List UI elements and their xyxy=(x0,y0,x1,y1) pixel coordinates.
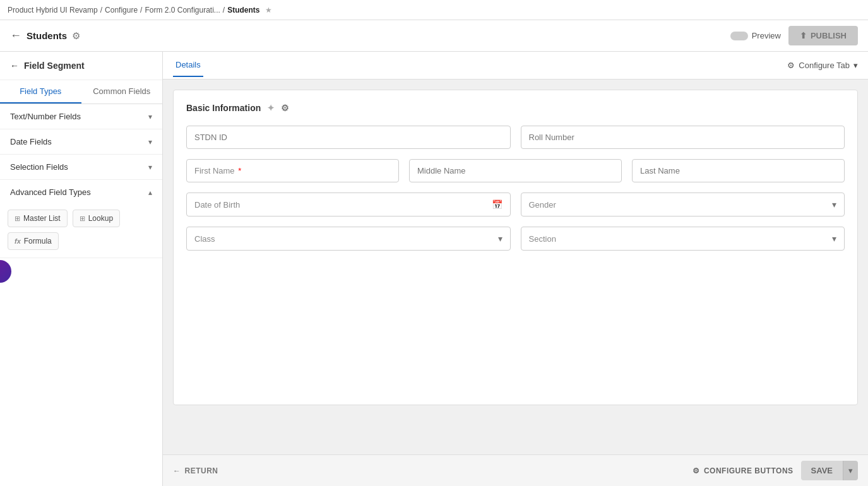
sidebar-back-icon[interactable]: ← xyxy=(10,61,19,71)
date-of-birth-input[interactable]: Date of Birth 📅 xyxy=(186,193,511,216)
configure-tab-chevron-icon: ▾ xyxy=(853,61,858,70)
tab-details[interactable]: Details xyxy=(173,54,203,77)
field-group-date: Date Fields ▾ xyxy=(0,129,162,155)
form-row-3: Date of Birth 📅 Gender ▾ xyxy=(186,193,845,216)
field-chip-lookup-label: Lookup xyxy=(88,214,113,223)
page-title: Students xyxy=(27,30,67,41)
field-group-selection-label: Selection Fields xyxy=(10,162,68,172)
bottom-right: ⚙ CONFIGURE BUTTONS SAVE ▾ xyxy=(693,461,858,480)
field-group-advanced-label: Advanced Field Types xyxy=(10,187,91,197)
roll-number-input[interactable] xyxy=(521,126,845,149)
sidebar-header: ← Field Segment xyxy=(0,52,162,80)
field-chip-master-list[interactable]: ⊞ Master List xyxy=(8,210,68,227)
field-group-text-number-label: Text/Number Fields xyxy=(10,112,81,121)
return-label: RETURN xyxy=(185,466,218,475)
sidebar-content: Text/Number Fields ▾ Date Fields ▾ Selec… xyxy=(0,104,162,486)
date-of-birth-placeholder: Date of Birth xyxy=(194,200,240,210)
field-group-advanced-body: ⊞ Master List ⊞ Lookup fx Formula xyxy=(0,204,162,258)
drag-handle-icon[interactable]: ✦ xyxy=(267,103,275,113)
chevron-down-icon: ▾ xyxy=(148,112,152,121)
configure-buttons-gear-icon: ⚙ xyxy=(693,466,700,475)
class-placeholder: Class xyxy=(194,234,215,244)
section-header: Basic Information ✦ ⚙ xyxy=(186,103,845,113)
tab-common-fields[interactable]: Common Fields xyxy=(81,80,163,104)
first-name-placeholder: First Name * xyxy=(194,166,241,175)
field-chip-formula[interactable]: fx Formula xyxy=(8,232,59,250)
section-select[interactable]: Section ▾ xyxy=(521,227,845,251)
field-section: Section ▾ xyxy=(521,227,845,251)
preview-toggle-icon xyxy=(730,32,748,40)
field-group-date-label: Date Fields xyxy=(10,137,52,146)
save-dropdown-button[interactable]: ▾ xyxy=(843,461,858,480)
field-group-advanced: Advanced Field Types ▴ ⊞ Master List ⊞ L… xyxy=(0,180,162,258)
field-chip-formula-label: Formula xyxy=(24,237,52,246)
header-right: Preview ⬆ PUBLISH xyxy=(730,26,858,45)
formula-icon: fx xyxy=(15,237,21,245)
first-name-input[interactable]: First Name * xyxy=(186,159,399,182)
calendar-icon: 📅 xyxy=(492,199,502,210)
field-middle-name xyxy=(409,159,622,182)
preview-button[interactable]: Preview xyxy=(730,31,781,40)
field-roll-number xyxy=(521,126,845,149)
star-icon[interactable]: ★ xyxy=(265,6,272,15)
configure-buttons-label: CONFIGURE BUTTONS xyxy=(704,466,794,475)
last-name-input[interactable] xyxy=(632,159,845,182)
field-date-of-birth: Date of Birth 📅 xyxy=(186,193,511,216)
breadcrumb-part-2: Configure xyxy=(105,6,138,15)
sidebar: ← Field Segment Field Types Common Field… xyxy=(0,52,163,486)
gender-select[interactable]: Gender ▾ xyxy=(521,193,845,216)
gender-placeholder: Gender xyxy=(529,200,556,210)
tab-bar: Details ⚙ Configure Tab ▾ xyxy=(163,52,868,80)
breadcrumb-part-3: Form 2.0 Configurati... xyxy=(145,6,220,15)
form-row-1 xyxy=(186,126,845,149)
section-settings-icon[interactable]: ⚙ xyxy=(281,103,289,113)
preview-label: Preview xyxy=(752,31,781,40)
publish-button[interactable]: ⬆ PUBLISH xyxy=(788,26,858,45)
lookup-icon: ⊞ xyxy=(80,215,85,223)
configure-tab-button[interactable]: ⚙ Configure Tab ▾ xyxy=(787,61,858,70)
return-button[interactable]: ← RETURN xyxy=(173,466,218,475)
field-gender: Gender ▾ xyxy=(521,193,845,216)
bottom-bar: ← RETURN ⚙ CONFIGURE BUTTONS SAVE ▾ xyxy=(163,454,868,486)
field-class: Class ▾ xyxy=(186,227,511,251)
class-chevron-icon: ▾ xyxy=(498,234,502,244)
save-dropdown-chevron-icon: ▾ xyxy=(848,466,853,475)
main-layout: ← Field Segment Field Types Common Field… xyxy=(0,52,868,486)
chevron-down-icon-date: ▾ xyxy=(148,138,152,146)
chevron-up-icon-advanced: ▴ xyxy=(148,188,152,197)
field-group-date-header[interactable]: Date Fields ▾ xyxy=(0,129,162,154)
form-section: Basic Information ✦ ⚙ xyxy=(173,90,858,405)
field-chip-lookup[interactable]: ⊞ Lookup xyxy=(73,210,120,227)
tab-field-types[interactable]: Field Types xyxy=(0,80,81,104)
configure-tab-gear-icon: ⚙ xyxy=(787,61,795,70)
field-group-advanced-header[interactable]: Advanced Field Types ▴ xyxy=(0,180,162,204)
section-title: Basic Information xyxy=(186,103,261,113)
field-group-text-number-header[interactable]: Text/Number Fields ▾ xyxy=(0,104,162,129)
breadcrumb-bar: Product Hybrid UI Revamp / Configure / F… xyxy=(0,0,868,20)
master-list-icon: ⊞ xyxy=(15,215,20,223)
configure-tab-label: Configure Tab xyxy=(799,61,850,70)
breadcrumb-part-1: Product Hybrid UI Revamp xyxy=(8,6,98,15)
form-canvas: Basic Information ✦ ⚙ xyxy=(163,80,868,454)
save-button[interactable]: SAVE xyxy=(801,461,843,480)
field-group-selection-header[interactable]: Selection Fields ▾ xyxy=(0,155,162,179)
form-row-2: First Name * xyxy=(186,159,845,182)
sidebar-title: Field Segment xyxy=(24,61,85,71)
form-row-4: Class ▾ Section ▾ xyxy=(186,227,845,251)
return-arrow-icon: ← xyxy=(173,466,181,475)
chevron-down-icon-selection: ▾ xyxy=(148,163,152,172)
middle-name-input[interactable] xyxy=(409,159,622,182)
breadcrumb-current: Students xyxy=(227,6,259,15)
field-first-name: First Name * xyxy=(186,159,399,182)
sidebar-tabs: Field Types Common Fields xyxy=(0,80,162,104)
field-group-text-number: Text/Number Fields ▾ xyxy=(0,104,162,129)
settings-icon[interactable]: ⚙ xyxy=(72,30,80,42)
class-select[interactable]: Class ▾ xyxy=(186,227,511,251)
field-last-name xyxy=(632,159,845,182)
field-chip-master-list-label: Master List xyxy=(23,214,61,223)
back-arrow-icon[interactable]: ← xyxy=(10,29,21,42)
configure-buttons-button[interactable]: ⚙ CONFIGURE BUTTONS xyxy=(693,466,793,475)
stdn-id-input[interactable] xyxy=(186,126,511,149)
content-area: Details ⚙ Configure Tab ▾ Basic Informat… xyxy=(163,52,868,486)
header-bar: ← Students ⚙ Preview ⬆ PUBLISH xyxy=(0,20,868,52)
